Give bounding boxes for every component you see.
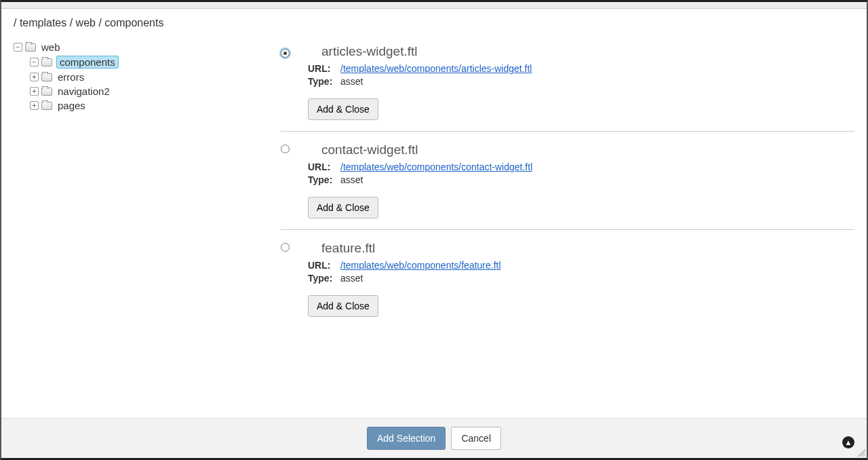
back-to-top-icon[interactable]: ▲: [842, 436, 854, 448]
tree-item-navigation2[interactable]: + navigation2: [30, 84, 267, 98]
folder-icon: [41, 88, 52, 96]
tree-item-components[interactable]: − components: [30, 54, 267, 70]
folder-icon: [41, 58, 52, 66]
folder-icon: [41, 102, 52, 110]
folder-icon: [25, 43, 36, 52]
add-selection-button[interactable]: Add Selection: [367, 427, 446, 450]
item-title: contact-widget.ftl: [321, 142, 418, 157]
tree-label: components: [56, 56, 119, 69]
add-and-close-button[interactable]: Add & Close: [308, 295, 378, 317]
select-radio[interactable]: [281, 243, 290, 252]
resize-grip-icon[interactable]: [857, 448, 865, 457]
cancel-button[interactable]: Cancel: [451, 427, 501, 450]
item-title: articles-widget.ftl: [321, 44, 418, 59]
folder-tree: − web − components +: [1, 33, 273, 418]
tree-label: navigation2: [56, 85, 111, 97]
top-bar-strip: [1, 2, 867, 9]
tree-label: errors: [56, 71, 85, 83]
expand-icon[interactable]: +: [30, 73, 39, 81]
select-radio[interactable]: [281, 49, 290, 58]
url-label: URL:: [308, 260, 340, 271]
add-and-close-button[interactable]: Add & Close: [308, 197, 378, 218]
type-label: Type:: [308, 76, 340, 87]
type-label: Type:: [308, 174, 340, 185]
add-and-close-button[interactable]: Add & Close: [308, 98, 378, 120]
url-label: URL:: [308, 161, 340, 172]
list-item: articles-widget.ftl URL: /templates/web/…: [281, 33, 854, 132]
dialog-footer: Add Selection Cancel ▲: [1, 418, 867, 458]
item-title: feature.ftl: [321, 241, 375, 256]
item-url-link[interactable]: /templates/web/components/articles-widge…: [340, 63, 532, 74]
list-item: contact-widget.ftl URL: /templates/web/c…: [281, 132, 854, 230]
select-radio[interactable]: [281, 145, 290, 153]
url-label: URL:: [308, 63, 340, 74]
item-url-link[interactable]: /templates/web/components/contact-widget…: [340, 161, 532, 172]
tree-label: web: [40, 41, 62, 53]
collapse-icon[interactable]: −: [14, 43, 22, 52]
breadcrumb: / templates / web / components: [1, 9, 867, 33]
tree-item-errors[interactable]: + errors: [30, 70, 267, 84]
list-item: feature.ftl URL: /templates/web/componen…: [281, 230, 854, 328]
item-type-value: asset: [340, 76, 363, 87]
tree-label: pages: [56, 100, 87, 111]
item-type-value: asset: [340, 174, 363, 185]
results-list: articles-widget.ftl URL: /templates/web/…: [273, 33, 867, 418]
tree-item-pages[interactable]: + pages: [30, 98, 267, 113]
expand-icon[interactable]: +: [30, 101, 39, 110]
item-url-link[interactable]: /templates/web/components/feature.ftl: [340, 260, 501, 271]
tree-item-web[interactable]: − web: [14, 40, 267, 54]
type-label: Type:: [308, 273, 340, 284]
folder-icon: [41, 73, 52, 81]
item-type-value: asset: [340, 273, 363, 284]
collapse-icon[interactable]: −: [30, 58, 39, 66]
expand-icon[interactable]: +: [30, 87, 39, 96]
